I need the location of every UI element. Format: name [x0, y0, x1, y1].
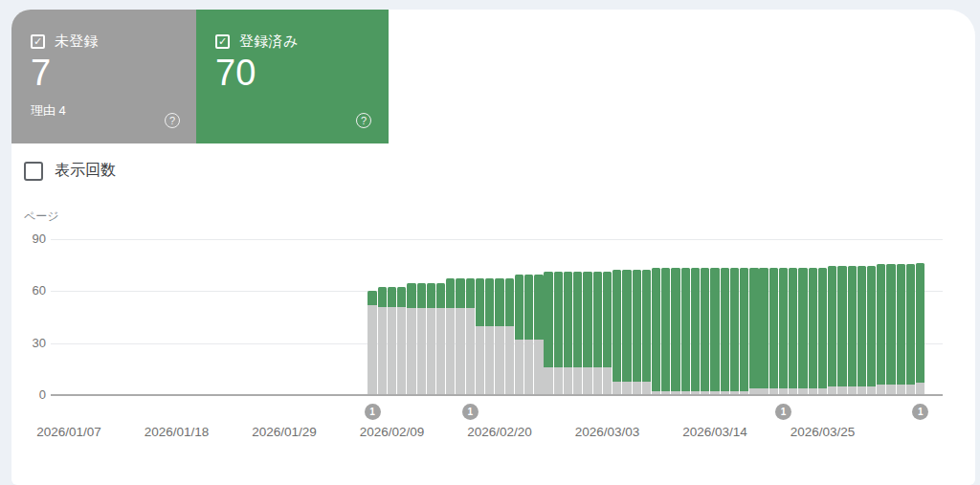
bar-indexed — [466, 278, 475, 309]
x-tick-label: 2026/02/20 — [467, 425, 532, 439]
bar-not-indexed — [633, 382, 641, 395]
bar-indexed — [906, 264, 915, 385]
indexed-checkbox-icon[interactable]: ✓ — [215, 34, 230, 49]
bar-indexed — [642, 270, 651, 382]
not-indexed-count: 7 — [31, 53, 51, 93]
bar-indexed — [886, 264, 895, 385]
bar-not-indexed — [534, 340, 543, 395]
bar-indexed — [397, 287, 406, 307]
bar-indexed — [456, 278, 464, 309]
impressions-checkbox-icon[interactable] — [24, 162, 43, 181]
bar-indexed — [848, 266, 857, 386]
bar-indexed — [593, 272, 602, 367]
bar-indexed — [622, 270, 631, 382]
bar-indexed — [710, 268, 719, 391]
bar-indexed — [749, 268, 758, 388]
bar-indexed — [828, 266, 836, 386]
help-icon[interactable]: ? — [165, 113, 180, 128]
impressions-toggle[interactable]: 表示回数 — [24, 161, 116, 181]
bar-not-indexed — [564, 367, 572, 395]
bar-indexed — [476, 278, 484, 326]
annotation-badge[interactable]: 1 — [912, 404, 928, 420]
bar-indexed — [573, 272, 582, 367]
bar-not-indexed — [612, 382, 621, 395]
help-icon[interactable]: ? — [356, 113, 371, 128]
bar-not-indexed — [436, 308, 445, 395]
bar-indexed — [779, 268, 788, 388]
bar-indexed — [485, 278, 494, 326]
bar-indexed — [818, 268, 827, 388]
index-coverage-panel: ✓ 未登録 7 理由 4 ? ✓ 登録済み 70 ? 表示回数 ページ 0306… — [11, 10, 975, 485]
bar-indexed — [789, 268, 797, 388]
bar-indexed — [583, 272, 591, 367]
bar-not-indexed — [368, 305, 376, 395]
bar-indexed — [633, 270, 641, 382]
x-axis-line — [51, 394, 943, 396]
bar-indexed — [798, 268, 807, 388]
y-tick-label: 60 — [11, 283, 46, 298]
bar-not-indexed — [378, 307, 387, 395]
bar-indexed — [544, 272, 552, 367]
bar-indexed — [515, 275, 523, 340]
bar-not-indexed — [505, 326, 514, 395]
bar-indexed — [612, 270, 621, 382]
card-not-indexed[interactable]: ✓ 未登録 7 理由 4 ? — [11, 10, 196, 143]
bar-indexed — [505, 278, 514, 326]
annotation-badge[interactable]: 1 — [365, 404, 381, 420]
y-tick-label: 30 — [11, 336, 46, 351]
bar-indexed — [809, 268, 817, 388]
bar-not-indexed — [554, 367, 563, 395]
bar-not-indexed — [622, 382, 631, 395]
y-axis-title: ページ — [24, 209, 59, 225]
x-tick-label: 2026/03/14 — [682, 425, 747, 439]
bar-not-indexed — [603, 367, 612, 395]
bar-indexed — [701, 268, 709, 391]
x-tick-label: 2026/01/07 — [36, 425, 101, 439]
bar-not-indexed — [485, 326, 494, 395]
bar-indexed — [730, 268, 739, 391]
bar-indexed — [837, 266, 846, 386]
bar-indexed — [740, 268, 748, 391]
bar-indexed — [368, 291, 376, 305]
bar-indexed — [652, 268, 660, 391]
bar-indexed — [524, 275, 533, 340]
bar-indexed — [916, 263, 924, 384]
bar-indexed — [858, 266, 866, 386]
bar-indexed — [897, 264, 905, 385]
bar-not-indexed — [446, 308, 455, 395]
annotation-badge[interactable]: 1 — [462, 404, 479, 420]
x-tick-label: 2026/01/29 — [252, 425, 317, 439]
indexed-label: 登録済み — [239, 33, 299, 51]
bar-not-indexed — [495, 326, 503, 395]
bar-indexed — [436, 283, 445, 308]
bar-not-indexed — [407, 308, 415, 395]
bar-not-indexed — [456, 308, 464, 395]
y-tick-label: 0 — [11, 387, 46, 403]
bar-indexed — [554, 272, 563, 367]
bar-not-indexed — [642, 382, 651, 395]
bar-not-indexed — [583, 367, 591, 395]
bar-not-indexed — [476, 326, 484, 395]
y-tick-label: 90 — [11, 231, 46, 247]
x-tick-label: 2026/02/09 — [360, 425, 425, 439]
bar-indexed — [691, 268, 700, 391]
bar-indexed — [877, 264, 885, 385]
not-indexed-checkbox-icon[interactable]: ✓ — [31, 34, 45, 49]
impressions-label: 表示回数 — [55, 161, 116, 181]
annotation-badge[interactable]: 1 — [775, 404, 791, 420]
x-tick-label: 2026/03/25 — [791, 425, 856, 439]
bar-not-indexed — [388, 307, 396, 395]
bar-indexed — [661, 268, 670, 391]
bar-indexed — [671, 268, 679, 391]
bar-not-indexed — [573, 367, 582, 395]
bar-not-indexed — [397, 307, 406, 395]
not-indexed-label: 未登録 — [55, 33, 99, 51]
bar-indexed — [681, 268, 690, 391]
card-indexed[interactable]: ✓ 登録済み 70 ? — [196, 10, 389, 143]
bar-indexed — [427, 283, 435, 308]
bar-indexed — [759, 268, 768, 388]
bar-not-indexed — [417, 308, 426, 395]
bar-indexed — [534, 275, 543, 340]
bar-indexed — [603, 272, 612, 367]
bar-indexed — [867, 266, 876, 386]
